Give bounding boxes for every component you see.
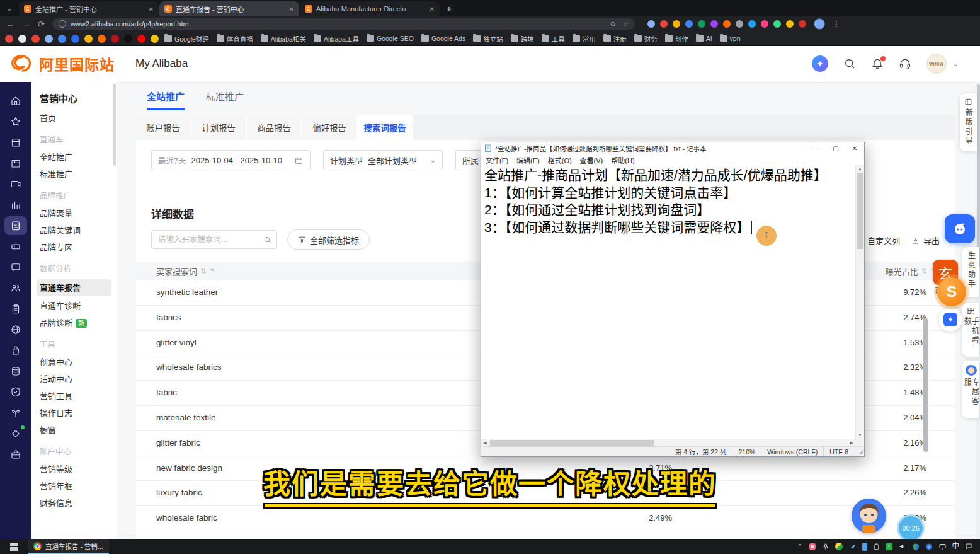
bookmark-folder[interactable]: Alibaba工具 xyxy=(314,34,359,43)
extension-icon[interactable] xyxy=(647,20,655,28)
filter-metrics-button[interactable]: 全部筛选指标 xyxy=(287,229,370,250)
sidebar-item[interactable]: 创意中心 xyxy=(31,354,117,371)
sidebar-item[interactable]: 橱窗 xyxy=(31,422,117,439)
page-scrollbar-thumb[interactable] xyxy=(977,84,980,267)
url-text[interactable]: www2.alibaba.com/ads/p4p/report.htm xyxy=(71,20,189,28)
phone-link-icon[interactable] xyxy=(862,543,867,551)
bookmark-favicon[interactable] xyxy=(124,35,132,43)
extension-icon[interactable] xyxy=(673,20,680,28)
display-icon[interactable] xyxy=(938,543,947,550)
bookmark-favicon[interactable] xyxy=(31,35,40,43)
browser-menu-icon[interactable]: ⋮ xyxy=(833,20,840,28)
back-icon[interactable]: ← xyxy=(6,20,14,28)
sidebar-item[interactable]: 营销等级 xyxy=(31,461,117,478)
table-scrollbar[interactable] xyxy=(923,318,928,452)
promotion-tab[interactable]: 全站推广 xyxy=(147,89,185,110)
bookmark-folder[interactable]: Google Ads xyxy=(421,35,465,42)
membership-coin-icon[interactable]: ✦ xyxy=(812,55,828,72)
bookmark-folder[interactable]: AI xyxy=(696,35,712,42)
bookmark-folder[interactable]: 注册 xyxy=(603,34,627,43)
bookmark-folder[interactable]: vpn xyxy=(720,35,741,42)
sidebar-item[interactable]: 品牌推广 xyxy=(31,188,117,205)
extension-icon[interactable] xyxy=(685,20,693,28)
rail-coupon-icon[interactable] xyxy=(4,237,27,256)
horizontal-scroll-thumb[interactable] xyxy=(490,440,654,446)
bookmark-folder[interactable]: Alibaba相关 xyxy=(261,34,306,43)
microphone-icon[interactable] xyxy=(822,543,829,551)
sidebar-item[interactable]: 营销工具 xyxy=(31,388,117,405)
extension-icon[interactable] xyxy=(660,20,668,28)
tray-app-icon[interactable] xyxy=(835,543,843,550)
rail-store-icon[interactable] xyxy=(4,133,27,152)
user-avatar[interactable]: WINIW xyxy=(926,54,947,74)
bookmark-favicon[interactable] xyxy=(151,35,159,43)
sidebar-item[interactable]: 操作日志 xyxy=(31,405,117,422)
user-chevron-icon[interactable]: ⌄ xyxy=(953,60,959,68)
bookmark-folder[interactable]: Google财经 xyxy=(164,34,209,43)
bookmark-favicon[interactable] xyxy=(5,35,13,43)
sidebar-item[interactable]: 营销年框 xyxy=(31,478,117,495)
sidebar-item[interactable]: 标准推广 xyxy=(31,166,117,183)
report-tab[interactable]: 偏好报告 xyxy=(302,115,358,140)
bookmark-folder[interactable]: 跨境 xyxy=(511,34,534,43)
sidebar-item[interactable]: 品牌聚量 xyxy=(31,205,117,222)
sidebar-item[interactable]: 直通车诊断 xyxy=(31,297,117,315)
extension-icon[interactable] xyxy=(723,20,731,28)
browser-tab[interactable]: 全站推广 - 营销中心 ✕ xyxy=(19,1,159,16)
tray-flower-icon[interactable] xyxy=(809,543,816,550)
bookmark-favicon[interactable] xyxy=(111,35,119,43)
search-input[interactable] xyxy=(157,234,259,245)
rail-membership-icon[interactable] xyxy=(4,424,27,443)
zoom-icon[interactable] xyxy=(610,21,617,28)
rail-messages-icon[interactable] xyxy=(4,258,27,277)
rail-orders-icon[interactable] xyxy=(4,299,27,318)
rail-analytics-icon[interactable] xyxy=(4,195,27,214)
ai-assistant-button[interactable] xyxy=(945,214,975,243)
resize-grip[interactable]: ◢ xyxy=(854,449,864,455)
extension-icon[interactable] xyxy=(710,20,718,28)
sidebar-item[interactable]: 品牌关键词 xyxy=(31,222,117,239)
rail-video-icon[interactable] xyxy=(4,175,27,193)
close-icon[interactable]: ✕ xyxy=(845,142,864,154)
tab-close-icon[interactable]: ✕ xyxy=(430,6,435,13)
rail-ads-icon[interactable]: AD xyxy=(4,216,27,235)
bookmark-favicon[interactable] xyxy=(58,35,66,43)
taskbar-task[interactable]: 直通车报告 - 营销... xyxy=(28,539,109,554)
bookmark-folder[interactable]: Google SEO xyxy=(367,35,414,42)
sidebar-item[interactable]: 直通车报告 xyxy=(37,279,111,296)
s-coin-icon[interactable]: S xyxy=(937,277,966,306)
sidebar-item[interactable]: 品牌诊断 新 xyxy=(31,315,117,332)
forward-icon[interactable]: → xyxy=(22,20,30,28)
bookmark-favicon[interactable] xyxy=(45,35,53,43)
bookmark-folder[interactable]: 独立站 xyxy=(473,34,503,43)
rail-security-icon[interactable] xyxy=(4,383,27,401)
mobile-data-card[interactable]: 手机看数 xyxy=(962,303,979,357)
bookmark-folder[interactable]: 体育直播 xyxy=(217,34,253,43)
security-shield-icon[interactable]: V xyxy=(925,543,933,551)
minimize-icon[interactable]: – xyxy=(807,142,826,154)
bookmark-folder[interactable]: 创作 xyxy=(665,34,688,43)
extension-icon[interactable] xyxy=(773,20,781,28)
sort-icon[interactable]: ⇅ xyxy=(200,267,206,275)
customer-service-avatar[interactable] xyxy=(852,499,886,533)
bookmark-favicon[interactable] xyxy=(18,35,26,43)
report-tab[interactable]: 账户报告 xyxy=(136,115,191,140)
report-tab[interactable]: 商品报告 xyxy=(247,115,302,140)
new-version-guide-card[interactable]: 新版引导 xyxy=(960,93,977,151)
plan-type-select[interactable]: 计划类型 全部计划类型 ⌄ xyxy=(323,150,443,170)
menu-item[interactable]: 格式(O) xyxy=(548,155,572,165)
bookmark-favicon[interactable] xyxy=(137,35,145,43)
tray-expand-icon[interactable]: ⌃ xyxy=(797,543,802,550)
notepad-vertical-scrollbar[interactable]: ▲ ▼ xyxy=(855,165,864,439)
extension-icon[interactable] xyxy=(736,20,743,28)
notepad-titlebar[interactable]: *全站推广-推商品【如何通过数据判断哪些关键词需要降权】.txt - 记事本 –… xyxy=(481,142,864,154)
notification-center-icon[interactable] xyxy=(965,543,972,550)
rail-procurement-icon[interactable] xyxy=(4,341,27,360)
sort-icon[interactable]: ⇅ xyxy=(921,267,927,275)
sidebar-item[interactable]: 账户中心 xyxy=(31,444,117,461)
notepad-editor[interactable]: 全站推广-推商品计划【新品加速/潜力品成长/优爆品助推】 1：【如何计算全站推计… xyxy=(481,165,855,439)
support-headset-icon[interactable] xyxy=(899,57,911,70)
search-icon[interactable] xyxy=(263,236,271,244)
exclusive-service-card[interactable]: 专属客服 xyxy=(962,361,979,418)
bookmark-favicon[interactable] xyxy=(71,35,79,43)
